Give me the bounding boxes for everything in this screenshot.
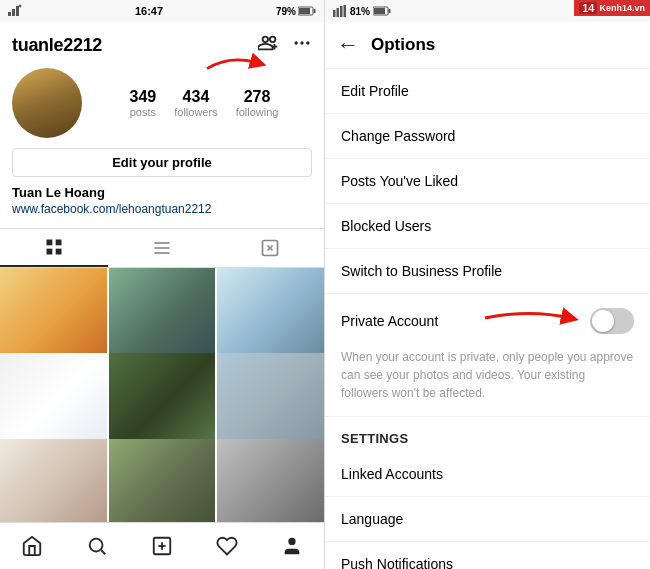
svg-rect-32: [374, 8, 385, 14]
svg-rect-15: [56, 249, 62, 255]
language-label: Language: [341, 511, 403, 527]
carrier-text: [8, 4, 22, 18]
private-account-description: When your account is private, only peopl…: [325, 348, 650, 416]
followers-count: 434: [183, 88, 210, 106]
posts-count: 349: [130, 88, 157, 106]
push-notifications-label: Push Notifications: [341, 556, 453, 569]
toggle-knob: [592, 310, 614, 332]
stats-row: 349 posts 434 followers 278 following: [96, 88, 312, 118]
settings-section: SETTINGS Linked Accounts Language Push N…: [325, 417, 650, 569]
photo-grid: [0, 268, 324, 522]
profile-website[interactable]: www.facebook.com/lehoangtuan2212: [12, 202, 312, 216]
profile-tab-row: [0, 228, 324, 268]
battery-left: 79%: [276, 6, 316, 17]
svg-point-25: [288, 538, 295, 545]
profile-header: tuanle2212: [0, 22, 324, 222]
svg-line-21: [101, 550, 105, 554]
profile-info-row: 349 posts 434 followers 278 following: [12, 68, 312, 138]
svg-rect-0: [8, 12, 11, 16]
svg-rect-28: [340, 6, 343, 17]
stat-following: 278 following: [236, 88, 279, 118]
svg-point-10: [306, 41, 309, 44]
followers-label: followers: [174, 106, 217, 118]
svg-rect-31: [389, 9, 391, 13]
options-header: ← Options: [325, 22, 650, 69]
nav-home[interactable]: [0, 531, 65, 561]
menu-icon[interactable]: [292, 33, 312, 57]
svg-point-20: [90, 539, 103, 552]
options-title: Options: [371, 35, 435, 55]
add-person-icon[interactable]: [258, 32, 280, 58]
profile-full-name: Tuan Le Hoang: [12, 185, 312, 200]
svg-rect-2: [16, 6, 19, 16]
edit-profile-label: Edit Profile: [341, 83, 409, 99]
tab-list[interactable]: [108, 229, 216, 267]
tab-grid[interactable]: [0, 229, 108, 267]
svg-rect-27: [337, 8, 340, 17]
stat-posts: 349 posts: [130, 88, 157, 118]
svg-rect-14: [47, 249, 53, 255]
svg-rect-6: [314, 9, 316, 13]
posts-label: posts: [130, 106, 156, 118]
menu-item-edit-profile[interactable]: Edit Profile: [325, 69, 650, 114]
svg-rect-29: [344, 5, 347, 17]
svg-rect-12: [47, 240, 53, 246]
tab-tagged[interactable]: [216, 229, 324, 267]
left-panel: 16:47 79% tuanle2212: [0, 0, 325, 569]
private-account-label: Private Account: [341, 313, 438, 329]
linked-accounts-label: Linked Accounts: [341, 466, 443, 482]
following-count: 278: [244, 88, 271, 106]
private-account-row: Private Account: [325, 294, 650, 348]
kenh14-number: 14: [579, 2, 597, 14]
change-password-label: Change Password: [341, 128, 455, 144]
options-list: Edit Profile Change Password Posts You'v…: [325, 69, 650, 569]
svg-point-9: [300, 41, 303, 44]
nav-heart[interactable]: [194, 531, 259, 561]
svg-point-8: [295, 41, 298, 44]
blocked-users-label: Blocked Users: [341, 218, 431, 234]
status-icons-right: 81%: [333, 5, 391, 17]
status-bar-left: 16:47 79%: [0, 0, 324, 22]
username-text: tuanle2212: [12, 35, 102, 56]
photo-cell[interactable]: [109, 439, 216, 522]
posts-liked-label: Posts You've Liked: [341, 173, 458, 189]
svg-rect-7: [299, 8, 310, 14]
nav-search[interactable]: [65, 531, 130, 561]
nav-profile[interactable]: [259, 531, 324, 561]
kenh14-badge: 14 Kenh14.vn: [574, 0, 650, 16]
menu-item-switch-business[interactable]: Switch to Business Profile: [325, 249, 650, 294]
menu-item-blocked-users[interactable]: Blocked Users: [325, 204, 650, 249]
menu-item-language[interactable]: Language: [325, 497, 650, 542]
right-panel: 81% 17:01 14 Kenh14.vn ← Options Edit Pr…: [325, 0, 650, 569]
svg-rect-13: [56, 240, 62, 246]
following-label: following: [236, 106, 279, 118]
avatar: [12, 68, 82, 138]
header-icons: [258, 32, 312, 58]
menu-item-linked-accounts[interactable]: Linked Accounts: [325, 452, 650, 497]
menu-item-posts-liked[interactable]: Posts You've Liked: [325, 159, 650, 204]
svg-rect-26: [333, 10, 336, 17]
kenh14-name: Kenh14.vn: [599, 3, 645, 13]
private-account-section: Private Account When your account is pri…: [325, 294, 650, 417]
private-account-toggle[interactable]: [590, 308, 634, 334]
switch-business-label: Switch to Business Profile: [341, 263, 502, 279]
photo-cell[interactable]: [217, 439, 324, 522]
time-left: 16:47: [135, 5, 163, 17]
username-bar: tuanle2212: [12, 32, 312, 58]
stat-followers: 434 followers: [174, 88, 217, 118]
settings-header: SETTINGS: [325, 417, 650, 452]
nav-add[interactable]: [130, 531, 195, 561]
svg-rect-1: [12, 9, 15, 16]
back-button[interactable]: ←: [337, 32, 359, 58]
edit-profile-button[interactable]: Edit your profile: [12, 148, 312, 177]
menu-item-change-password[interactable]: Change Password: [325, 114, 650, 159]
photo-cell[interactable]: [0, 439, 107, 522]
menu-item-push-notifications[interactable]: Push Notifications: [325, 542, 650, 569]
status-bar-right: 81% 17:01 14 Kenh14.vn: [325, 0, 650, 22]
bottom-nav: [0, 522, 324, 569]
